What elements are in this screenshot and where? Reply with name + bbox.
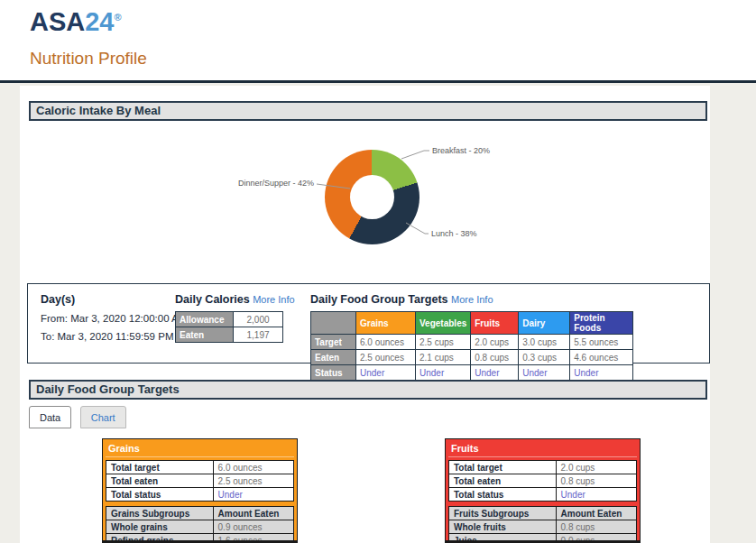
summary-box: Day(s) From: Mar 3, 2020 12:00:00 AM To:… xyxy=(27,283,710,364)
fruits-amount-eaten-header: Amount Eaten xyxy=(556,507,636,520)
section-header-daily-food-group-targets: Daily Food Group Targets xyxy=(29,380,707,400)
column-header-vegetables: Vegetables xyxy=(416,312,471,335)
fruits-total-eaten-value: 0.8 cups xyxy=(556,474,636,488)
table-row: Whole fruits 0.8 cups xyxy=(449,520,637,534)
grains-amount-eaten-header: Amount Eaten xyxy=(213,507,293,520)
table-row: Eaten 1,197 xyxy=(176,327,283,343)
registered-trademark-icon: ® xyxy=(115,12,122,23)
table-row-eaten: Eaten 2.5 ounces 2.1 cups 0.8 cups 0.3 c… xyxy=(311,350,633,365)
table-header-row: Grains Subgroups Amount Eaten xyxy=(106,507,294,520)
table-row: Total eaten 2.5 ounces xyxy=(106,474,294,488)
table-row-status: Status Under Under Under Under Under xyxy=(311,365,633,381)
food-group-targets-title-text: Daily Food Group Targets xyxy=(310,293,448,306)
donut-label-dinner: Dinner/Supper - 42% xyxy=(197,179,314,188)
eaten-protein: 4.6 ounces xyxy=(570,350,633,365)
food-group-targets-table: Grains Vegetables Fruits Dairy Protein F… xyxy=(310,311,633,381)
calories-allowance-label: Allowance xyxy=(176,312,234,327)
fruits-total-status-link[interactable]: Under xyxy=(556,488,636,502)
target-fruits: 2.0 cups xyxy=(471,335,519,350)
table-row: Allowance 2,000 xyxy=(176,312,283,327)
card-title-fruits: Fruits xyxy=(448,442,637,457)
grains-total-eaten-label: Total eaten xyxy=(106,474,214,488)
caloric-intake-donut-chart-area: Breakfast - 20% Lunch - 38% Dinner/Suppe… xyxy=(20,126,710,280)
daily-calories-table: Allowance 2,000 Eaten 1,197 xyxy=(175,311,283,343)
section-header-caloric-intake: Caloric Intake By Meal xyxy=(29,101,707,121)
tab-data[interactable]: Data xyxy=(29,406,71,428)
status-vegetables-link[interactable]: Under xyxy=(416,365,471,381)
table-row: Total target 2.0 cups xyxy=(449,461,637,474)
calories-allowance-value: 2,000 xyxy=(234,312,283,327)
eaten-grains: 2.5 ounces xyxy=(356,350,416,365)
target-grains: 6.0 ounces xyxy=(356,335,416,350)
table-row: Total status Under xyxy=(449,488,637,502)
tab-bar: Data Chart xyxy=(29,406,131,430)
whole-fruits-value: 0.8 cups xyxy=(556,520,636,534)
main-content-panel: Caloric Intake By Meal Breakfast - 20% L… xyxy=(20,86,710,543)
asa24-logo: ASA24® xyxy=(30,7,122,37)
daily-calories-title-text: Daily Calories xyxy=(175,293,250,306)
grains-total-eaten-value: 2.5 ounces xyxy=(213,474,293,488)
card-title-grains: Grains xyxy=(106,442,294,457)
corner-cell xyxy=(311,312,356,335)
column-header-protein-foods: Protein Foods xyxy=(570,312,633,335)
tab-chart[interactable]: Chart xyxy=(80,406,126,428)
table-header-row: Fruits Subgroups Amount Eaten xyxy=(449,507,637,520)
table-row: Total status Under xyxy=(106,488,294,502)
food-group-targets-more-info-link[interactable]: More Info xyxy=(451,294,493,305)
days-column: Day(s) From: Mar 3, 2020 12:00:00 AM To:… xyxy=(41,293,187,342)
eaten-dairy: 0.3 cups xyxy=(519,350,570,365)
date-from: From: Mar 3, 2020 12:00:00 AM xyxy=(41,313,187,324)
daily-calories-title: Daily Calories More Info xyxy=(175,293,295,306)
logo-text: ASA xyxy=(30,7,85,36)
date-to: To: Mar 3, 2020 11:59:59 PM xyxy=(41,331,187,342)
table-row: Total target 6.0 ounces xyxy=(106,461,294,474)
whole-grains-label: Whole grains xyxy=(106,520,214,534)
table-row: Whole grains 0.9 ounces xyxy=(106,520,294,534)
table-header-row: Grains Vegetables Fruits Dairy Protein F… xyxy=(311,312,633,335)
row-label-status: Status xyxy=(311,365,356,381)
fruits-total-target-value: 2.0 cups xyxy=(556,461,636,474)
grains-total-status-label: Total status xyxy=(106,488,214,502)
daily-calories-column: Daily Calories More Info Allowance 2,000… xyxy=(175,293,295,343)
fruits-totals-table: Total target 2.0 cups Total eaten 0.8 cu… xyxy=(448,460,637,502)
row-label-target: Target xyxy=(311,335,356,350)
column-header-fruits: Fruits xyxy=(471,312,519,335)
donut-label-lunch: Lunch - 38% xyxy=(431,229,477,238)
whole-grains-value: 0.9 ounces xyxy=(213,520,293,534)
food-group-card-fruits: Fruits Total target 2.0 cups Total eaten… xyxy=(445,438,641,543)
status-fruits-link[interactable]: Under xyxy=(471,365,519,381)
target-protein: 5.5 ounces xyxy=(570,335,633,350)
app-header: ASA24® Nutrition Profile xyxy=(0,0,756,83)
column-header-grains: Grains xyxy=(356,312,416,335)
table-row-target: Target 6.0 ounces 2.5 cups 2.0 cups 3.0 … xyxy=(311,335,633,350)
status-dairy-link[interactable]: Under xyxy=(519,365,570,381)
food-group-targets-column: Daily Food Group Targets More Info Grain… xyxy=(310,293,633,381)
calories-eaten-label: Eaten xyxy=(176,327,234,343)
fruits-total-target-label: Total target xyxy=(449,461,557,474)
fruits-total-eaten-label: Total eaten xyxy=(449,474,557,488)
row-label-eaten: Eaten xyxy=(311,350,356,365)
grains-subgroups-header: Grains Subgroups xyxy=(106,507,214,520)
grains-total-target-value: 6.0 ounces xyxy=(213,461,293,474)
target-dairy: 3.0 cups xyxy=(519,335,570,350)
calories-eaten-value: 1,197 xyxy=(234,327,283,343)
fruits-subgroups-header: Fruits Subgroups xyxy=(449,507,557,520)
days-title: Day(s) xyxy=(41,293,187,306)
status-protein-link[interactable]: Under xyxy=(570,365,633,381)
logo-number: 24 xyxy=(85,7,114,36)
target-vegetables: 2.5 cups xyxy=(416,335,471,350)
eaten-vegetables: 2.1 cups xyxy=(416,350,471,365)
column-header-dairy: Dairy xyxy=(519,312,570,335)
grains-total-target-label: Total target xyxy=(106,461,214,474)
eaten-fruits: 0.8 cups xyxy=(471,350,519,365)
food-group-card-grains: Grains Total target 6.0 ounces Total eat… xyxy=(102,438,298,543)
food-group-targets-title: Daily Food Group Targets More Info xyxy=(310,293,633,306)
grains-totals-table: Total target 6.0 ounces Total eaten 2.5 … xyxy=(106,460,294,502)
daily-calories-more-info-link[interactable]: More Info xyxy=(253,294,294,305)
status-grains-link[interactable]: Under xyxy=(356,365,416,381)
grains-total-status-link[interactable]: Under xyxy=(213,488,293,502)
fruits-total-status-label: Total status xyxy=(449,488,557,502)
table-row: Total eaten 0.8 cups xyxy=(449,474,637,488)
grains-subgroups-table: Grains Subgroups Amount Eaten Whole grai… xyxy=(106,506,294,543)
page-title: Nutrition Profile xyxy=(30,49,147,69)
